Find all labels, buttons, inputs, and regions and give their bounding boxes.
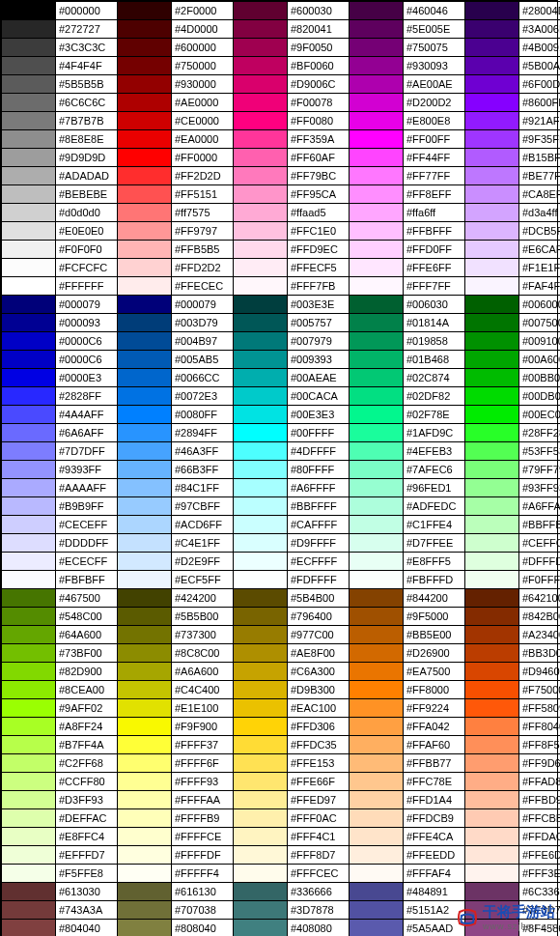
- color-swatch[interactable]: [234, 920, 288, 937]
- color-swatch[interactable]: [234, 901, 288, 920]
- color-swatch[interactable]: [350, 57, 404, 75]
- color-swatch[interactable]: [2, 94, 56, 112]
- color-swatch[interactable]: [234, 314, 288, 332]
- color-swatch[interactable]: [118, 809, 172, 828]
- color-swatch[interactable]: [2, 516, 56, 534]
- color-swatch[interactable]: [350, 185, 404, 204]
- color-swatch[interactable]: [234, 332, 288, 351]
- color-swatch[interactable]: [234, 2, 288, 20]
- color-swatch[interactable]: [350, 204, 404, 222]
- color-swatch[interactable]: [350, 442, 404, 461]
- color-swatch[interactable]: [465, 259, 519, 277]
- color-swatch[interactable]: [118, 681, 172, 699]
- color-swatch[interactable]: [234, 773, 288, 791]
- color-swatch[interactable]: [465, 791, 519, 809]
- color-swatch[interactable]: [465, 185, 519, 204]
- color-swatch[interactable]: [2, 497, 56, 516]
- color-swatch[interactable]: [2, 387, 56, 406]
- color-swatch[interactable]: [350, 351, 404, 369]
- color-swatch[interactable]: [2, 809, 56, 828]
- color-swatch[interactable]: [234, 663, 288, 681]
- color-swatch[interactable]: [465, 479, 519, 497]
- color-swatch[interactable]: [234, 20, 288, 39]
- color-swatch[interactable]: [118, 406, 172, 424]
- color-swatch[interactable]: [350, 791, 404, 809]
- color-swatch[interactable]: [118, 167, 172, 185]
- color-swatch[interactable]: [465, 553, 519, 571]
- color-swatch[interactable]: [118, 534, 172, 553]
- color-swatch[interactable]: [234, 718, 288, 736]
- color-swatch[interactable]: [465, 277, 519, 296]
- color-swatch[interactable]: [350, 94, 404, 112]
- color-swatch[interactable]: [234, 259, 288, 277]
- color-swatch[interactable]: [465, 846, 519, 865]
- color-swatch[interactable]: [350, 663, 404, 681]
- color-swatch[interactable]: [234, 204, 288, 222]
- color-swatch[interactable]: [465, 571, 519, 589]
- color-swatch[interactable]: [350, 2, 404, 20]
- color-swatch[interactable]: [118, 846, 172, 865]
- color-swatch[interactable]: [465, 424, 519, 442]
- color-swatch[interactable]: [118, 2, 172, 20]
- color-swatch[interactable]: [350, 699, 404, 718]
- color-swatch[interactable]: [465, 112, 519, 130]
- color-swatch[interactable]: [2, 828, 56, 846]
- color-swatch[interactable]: [234, 534, 288, 553]
- color-swatch[interactable]: [118, 497, 172, 516]
- color-swatch[interactable]: [465, 332, 519, 351]
- color-swatch[interactable]: [350, 424, 404, 442]
- color-swatch[interactable]: [350, 754, 404, 773]
- color-swatch[interactable]: [465, 406, 519, 424]
- color-swatch[interactable]: [118, 553, 172, 571]
- color-swatch[interactable]: [2, 699, 56, 718]
- color-swatch[interactable]: [118, 94, 172, 112]
- color-swatch[interactable]: [350, 241, 404, 259]
- color-swatch[interactable]: [234, 809, 288, 828]
- color-swatch[interactable]: [234, 883, 288, 901]
- color-swatch[interactable]: [234, 571, 288, 589]
- color-swatch[interactable]: [465, 94, 519, 112]
- color-swatch[interactable]: [118, 277, 172, 296]
- color-swatch[interactable]: [2, 626, 56, 644]
- color-swatch[interactable]: [2, 39, 56, 57]
- color-swatch[interactable]: [118, 75, 172, 94]
- color-swatch[interactable]: [234, 57, 288, 75]
- color-swatch[interactable]: [2, 167, 56, 185]
- color-swatch[interactable]: [234, 497, 288, 516]
- color-swatch[interactable]: [118, 920, 172, 937]
- color-swatch[interactable]: [350, 369, 404, 387]
- color-swatch[interactable]: [118, 241, 172, 259]
- color-swatch[interactable]: [118, 626, 172, 644]
- color-swatch[interactable]: [118, 589, 172, 608]
- color-swatch[interactable]: [234, 754, 288, 773]
- color-swatch[interactable]: [2, 2, 56, 20]
- color-swatch[interactable]: [118, 130, 172, 149]
- color-swatch[interactable]: [118, 387, 172, 406]
- color-swatch[interactable]: [2, 442, 56, 461]
- color-swatch[interactable]: [118, 828, 172, 846]
- color-swatch[interactable]: [2, 241, 56, 259]
- color-swatch[interactable]: [465, 149, 519, 167]
- color-swatch[interactable]: [350, 883, 404, 901]
- color-swatch[interactable]: [234, 387, 288, 406]
- color-swatch[interactable]: [118, 644, 172, 663]
- color-swatch[interactable]: [234, 791, 288, 809]
- color-swatch[interactable]: [118, 369, 172, 387]
- color-swatch[interactable]: [118, 571, 172, 589]
- color-swatch[interactable]: [2, 185, 56, 204]
- color-swatch[interactable]: [465, 699, 519, 718]
- color-swatch[interactable]: [118, 699, 172, 718]
- color-swatch[interactable]: [234, 865, 288, 883]
- color-swatch[interactable]: [465, 75, 519, 94]
- color-swatch[interactable]: [465, 644, 519, 663]
- color-swatch[interactable]: [465, 167, 519, 185]
- color-swatch[interactable]: [2, 351, 56, 369]
- color-swatch[interactable]: [350, 387, 404, 406]
- color-swatch[interactable]: [118, 718, 172, 736]
- color-swatch[interactable]: [234, 442, 288, 461]
- color-swatch[interactable]: [234, 553, 288, 571]
- color-swatch[interactable]: [350, 901, 404, 920]
- color-swatch[interactable]: [465, 222, 519, 241]
- color-swatch[interactable]: [234, 608, 288, 626]
- color-swatch[interactable]: [350, 718, 404, 736]
